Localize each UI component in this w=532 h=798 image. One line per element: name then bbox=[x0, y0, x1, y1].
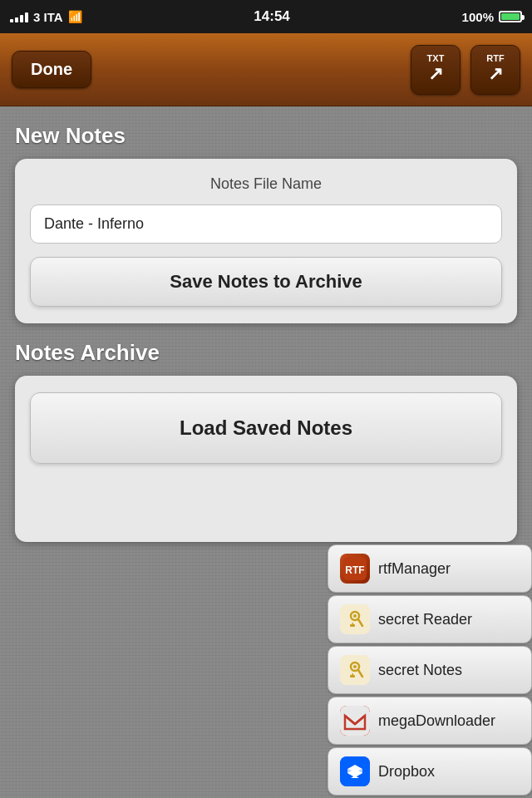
rtf-export-button[interactable]: RTF ↗ bbox=[470, 45, 520, 95]
signal-bars bbox=[10, 11, 28, 22]
share-item-secret-reader[interactable]: secret Reader bbox=[328, 595, 532, 643]
battery-fill bbox=[501, 13, 520, 20]
mega-label: megaDownloader bbox=[378, 712, 495, 730]
share-item-secret-notes[interactable]: secret Notes bbox=[328, 646, 532, 694]
secret-reader-icon bbox=[340, 604, 370, 634]
svg-point-5 bbox=[353, 614, 357, 618]
rtfmanager-label: rtfManager bbox=[378, 560, 451, 578]
svg-text:RTF: RTF bbox=[345, 564, 364, 576]
rtf-share-icon: ↗ bbox=[488, 63, 503, 85]
txt-label: TXT bbox=[427, 54, 445, 63]
bar2 bbox=[15, 17, 18, 22]
status-right: 100% bbox=[462, 10, 522, 24]
carrier-label: 3 ITA bbox=[33, 10, 63, 24]
secret-reader-label: secret Reader bbox=[378, 611, 472, 628]
notes-archive-section-title: Notes Archive bbox=[15, 340, 517, 366]
nav-right-buttons: TXT ↗ RTF ↗ bbox=[411, 45, 520, 95]
new-notes-card: Notes File Name Save Notes to Archive bbox=[15, 159, 517, 323]
bar1 bbox=[10, 19, 13, 22]
share-item-rtfmanager[interactable]: RTF rtfManager bbox=[328, 544, 532, 593]
txt-export-button[interactable]: TXT ↗ bbox=[411, 45, 461, 95]
share-item-mega[interactable]: megaDownloader bbox=[328, 697, 532, 745]
secret-notes-label: secret Notes bbox=[378, 662, 462, 679]
new-notes-section-title: New Notes bbox=[15, 123, 517, 149]
svg-rect-7 bbox=[352, 623, 354, 625]
status-bar: 3 ITA 📶 14:54 100% bbox=[0, 0, 532, 33]
save-notes-button[interactable]: Save Notes to Archive bbox=[30, 257, 502, 307]
txt-share-icon: ↗ bbox=[428, 63, 443, 85]
wifi-icon: 📶 bbox=[68, 10, 82, 23]
battery-percentage: 100% bbox=[462, 10, 494, 24]
done-button[interactable]: Done bbox=[12, 51, 91, 88]
share-sheet: RTF rtfManager secret Reader bbox=[328, 544, 532, 798]
notes-file-name-input[interactable] bbox=[30, 204, 502, 244]
rtf-label: RTF bbox=[486, 54, 504, 63]
notes-file-name-label: Notes File Name bbox=[30, 175, 502, 193]
dropbox-label: Dropbox bbox=[378, 763, 435, 781]
mega-icon bbox=[340, 706, 370, 736]
svg-rect-13 bbox=[352, 673, 354, 676]
time-display: 14:54 bbox=[254, 8, 289, 25]
secret-notes-icon bbox=[340, 655, 370, 685]
battery-icon bbox=[499, 11, 522, 22]
notes-archive-card: Load Saved Notes bbox=[15, 376, 517, 542]
svg-point-11 bbox=[353, 665, 357, 668]
bar3 bbox=[20, 15, 23, 22]
load-saved-notes-button[interactable]: Load Saved Notes bbox=[30, 392, 502, 464]
rtfmanager-icon: RTF bbox=[340, 554, 370, 584]
dropbox-icon bbox=[340, 756, 370, 786]
status-left: 3 ITA 📶 bbox=[10, 10, 82, 24]
bar4 bbox=[25, 12, 28, 22]
share-item-dropbox[interactable]: Dropbox bbox=[328, 747, 532, 796]
nav-bar: Done TXT ↗ RTF ↗ bbox=[0, 33, 532, 106]
